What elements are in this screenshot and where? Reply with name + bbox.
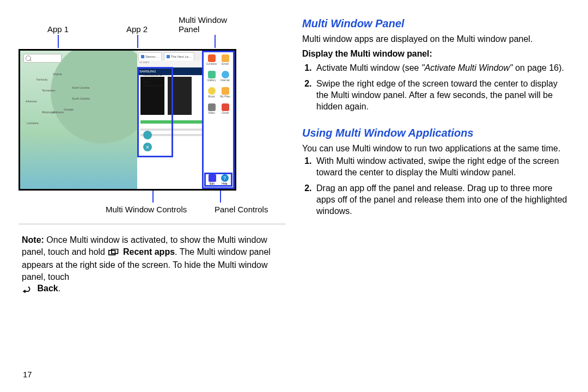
page-number: 17 bbox=[19, 370, 286, 379]
step-text: Activate Multi window (see bbox=[316, 63, 421, 72]
diagram-top-labels: App 1 App 2 Multi Window Panel bbox=[19, 15, 286, 34]
display-steps: Activate Multi window (see "Activate Mul… bbox=[314, 62, 569, 117]
back-label: Back bbox=[37, 284, 58, 293]
map-search[interactable] bbox=[23, 54, 62, 63]
map-state-label: Alabama bbox=[53, 111, 64, 114]
step-item: Activate Multi window (see "Activate Mul… bbox=[314, 62, 569, 74]
tab-label: The Next Le… bbox=[171, 55, 192, 58]
help-icon[interactable]: ? bbox=[221, 174, 229, 182]
note-label: Note: bbox=[22, 235, 44, 244]
search-icon bbox=[26, 56, 31, 61]
map-state-label: Arkansas bbox=[26, 100, 37, 103]
map-state-label: Virginia bbox=[53, 72, 62, 76]
panel-app-label: Gmail bbox=[222, 111, 229, 114]
step-item: Swipe the right edge of the screen towar… bbox=[314, 78, 569, 112]
panel-app-label: Video bbox=[208, 111, 215, 114]
map-state-label: Louisiana bbox=[27, 121, 38, 125]
map-state-label: Kentucky bbox=[36, 78, 48, 81]
overlay-text: Productivity and bbox=[143, 77, 165, 84]
device-screenshot: Virginia Kentucky Tennessee Arkansas Lou… bbox=[19, 49, 236, 191]
svg-rect-1 bbox=[112, 249, 118, 253]
app1-maps: Virginia Kentucky Tennessee Arkansas Lou… bbox=[20, 51, 138, 189]
map-state-label: Georgia bbox=[64, 108, 74, 111]
tab-label: Samsu… bbox=[145, 55, 159, 58]
pencil-icon[interactable] bbox=[209, 174, 216, 182]
multi-window-controls-overlay: Next Level of Productivity and Performan… bbox=[137, 67, 173, 157]
step-item: With Multi window activated, swipe the r… bbox=[314, 155, 569, 178]
panel-app-label: My Files bbox=[220, 95, 230, 98]
divider bbox=[19, 224, 286, 224]
panel-controls[interactable]: Edit ? Help bbox=[204, 173, 232, 187]
panel-control-label: Help bbox=[222, 182, 227, 185]
heading-mw-panel: Multi Window Panel bbox=[302, 17, 569, 30]
label-mw-controls: Multi Window Controls bbox=[106, 205, 231, 214]
manual-page: App 1 App 2 Multi Window Panel Virginia … bbox=[0, 0, 588, 392]
step-text: on page 16). bbox=[513, 63, 564, 72]
callout-lines-bottom bbox=[19, 191, 286, 201]
using-steps: With Multi window activated, swipe the r… bbox=[314, 155, 569, 222]
subheading-display: Display the Multi window panel: bbox=[302, 49, 569, 59]
overlay-text: Performance bbox=[143, 84, 165, 88]
panel-app-label: Music bbox=[208, 95, 215, 98]
right-column: Multi Window Panel Multi window apps are… bbox=[297, 13, 569, 379]
label-app2: App 2 bbox=[97, 24, 176, 34]
multi-window-panel[interactable]: Contacts Email Gallery Internet Music My… bbox=[202, 51, 235, 189]
label-app1: App 1 bbox=[19, 24, 97, 34]
overlay-text: Next Level of bbox=[143, 73, 165, 77]
panel-body-text: Multi window apps are displayed on the M… bbox=[302, 33, 569, 45]
map-state-label: North Carolina bbox=[72, 86, 89, 89]
back-icon bbox=[22, 284, 33, 296]
note-text: . bbox=[58, 284, 60, 293]
callout-lines-top bbox=[19, 36, 286, 47]
map-state-label: Tennessee bbox=[42, 89, 55, 92]
cross-ref: "Activate Multi Window" bbox=[421, 63, 513, 72]
note-block: Note: Once Multi window is activated, to… bbox=[22, 234, 280, 296]
panel-app-label: Email bbox=[222, 62, 229, 65]
label-mw-panel: Multi Window Panel bbox=[179, 15, 244, 34]
panel-app-label: Internet bbox=[220, 78, 230, 82]
close-icon[interactable]: × bbox=[143, 143, 152, 151]
map-state-label: South Carolina bbox=[72, 97, 90, 100]
svg-marker-2 bbox=[23, 290, 26, 293]
panel-control-label: Edit bbox=[210, 182, 215, 185]
drag-handle-icon[interactable] bbox=[143, 131, 152, 139]
panel-app-label: Gallery bbox=[207, 78, 216, 82]
recent-apps-icon bbox=[108, 248, 119, 260]
heading-using-apps: Using Multi Window Applications bbox=[302, 127, 569, 139]
step-item: Drag an app off the panel and release. D… bbox=[314, 182, 569, 217]
panel-app-label: Contacts bbox=[206, 62, 217, 65]
diagram-bottom-labels: Multi Window Controls Panel Controls bbox=[19, 205, 286, 214]
recent-apps-label: Recent apps bbox=[123, 247, 175, 256]
left-column: App 1 App 2 Multi Window Panel Virginia … bbox=[19, 13, 297, 379]
using-body-text: You can use Multi window to run two appl… bbox=[302, 143, 569, 154]
label-panel-controls: Panel Controls bbox=[215, 205, 280, 214]
